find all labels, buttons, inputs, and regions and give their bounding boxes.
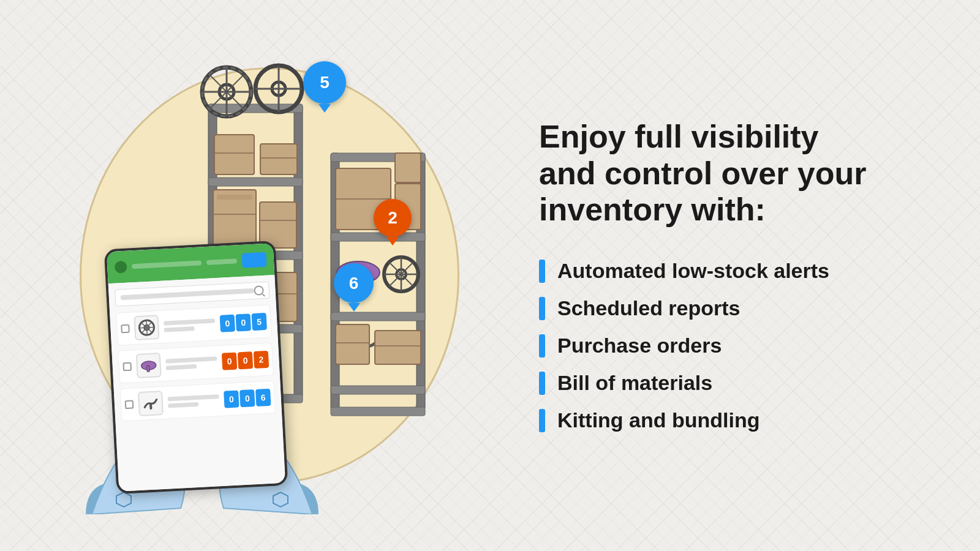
row-line-bottom-2 bbox=[166, 364, 197, 370]
feature-item-4: Bill of materials bbox=[539, 371, 894, 395]
row-checkbox-3 bbox=[125, 400, 134, 409]
feature-text-2: Scheduled reports bbox=[557, 296, 741, 320]
svg-rect-3 bbox=[208, 178, 303, 186]
bullet-bar-4 bbox=[539, 372, 545, 395]
svg-rect-7 bbox=[214, 135, 254, 174]
digit-3-1: 0 bbox=[239, 389, 255, 407]
tablet-button bbox=[241, 252, 266, 268]
svg-rect-35 bbox=[331, 312, 425, 321]
row-checkbox-1 bbox=[121, 324, 130, 334]
row-line-bottom-3 bbox=[168, 402, 199, 408]
digit-2-2: 2 bbox=[254, 351, 269, 369]
svg-rect-34 bbox=[331, 233, 425, 241]
tablet-row-2: 0 0 2 bbox=[118, 342, 273, 383]
row-icon-saddle bbox=[136, 353, 162, 378]
tablet-dot bbox=[115, 261, 127, 274]
feature-item-2: Scheduled reports bbox=[539, 296, 894, 320]
text-side: Enjoy full visibility and control over y… bbox=[502, 94, 919, 457]
feature-text-3: Purchase orders bbox=[557, 334, 722, 358]
row-lines-1 bbox=[164, 318, 216, 332]
svg-rect-24 bbox=[217, 195, 252, 200]
bubble-6: 6 bbox=[334, 263, 374, 303]
row-checkbox-2 bbox=[123, 362, 132, 372]
search-bar-fill bbox=[121, 288, 254, 300]
bullet-bar-3 bbox=[539, 334, 545, 358]
tablet-row-3: 0 0 6 bbox=[120, 380, 276, 421]
digit-group-3: 0 0 6 bbox=[224, 389, 271, 408]
svg-rect-64 bbox=[149, 403, 153, 410]
row-line-bottom bbox=[164, 326, 195, 332]
digit-2-0: 0 bbox=[222, 353, 237, 370]
digit-3-0: 0 bbox=[224, 390, 239, 408]
bullet-bar-5 bbox=[539, 409, 545, 432]
main-container: 0 0 5 bbox=[61, 24, 919, 527]
feature-list: Automated low-stock alerts Scheduled rep… bbox=[539, 259, 894, 432]
tablet-bar-line-2 bbox=[206, 258, 237, 265]
svg-rect-52 bbox=[336, 324, 369, 364]
row-line-top-3 bbox=[167, 394, 219, 401]
svg-rect-41 bbox=[395, 153, 421, 182]
feature-item-3: Purchase orders bbox=[539, 334, 894, 358]
row-line-top-2 bbox=[165, 356, 217, 363]
bullet-bar-2 bbox=[539, 297, 545, 320]
digit-group-1: 0 0 5 bbox=[220, 313, 267, 332]
feature-text-1: Automated low-stock alerts bbox=[557, 259, 829, 283]
svg-rect-54 bbox=[375, 331, 421, 364]
main-heading: Enjoy full visibility and control over y… bbox=[539, 119, 894, 228]
row-lines-2 bbox=[165, 356, 217, 370]
digit-1-2: 5 bbox=[252, 313, 267, 331]
digit-group-2: 0 0 2 bbox=[222, 351, 269, 370]
row-icon-handlebar bbox=[138, 391, 164, 416]
digit-1-1: 0 bbox=[236, 313, 251, 331]
svg-rect-36 bbox=[331, 386, 425, 394]
row-icon-wheel bbox=[134, 315, 159, 340]
search-icon bbox=[254, 285, 264, 296]
tablet-content: 0 0 5 bbox=[108, 275, 285, 492]
tablet-device: 0 0 5 bbox=[104, 241, 288, 494]
feature-text-4: Bill of materials bbox=[557, 371, 712, 395]
row-lines-3 bbox=[167, 394, 219, 408]
digit-3-2: 6 bbox=[255, 389, 271, 407]
illustration-side: 0 0 5 bbox=[61, 24, 478, 527]
feature-item-1: Automated low-stock alerts bbox=[539, 259, 894, 283]
tablet-search bbox=[115, 282, 270, 307]
tablet-row-1: 0 0 5 bbox=[116, 305, 271, 346]
bubble-5: 5 bbox=[303, 61, 346, 104]
digit-1-0: 0 bbox=[220, 315, 235, 332]
bullet-bar-1 bbox=[539, 260, 545, 283]
bubble-2: 2 bbox=[374, 199, 412, 237]
svg-rect-37 bbox=[331, 407, 425, 416]
digit-2-1: 0 bbox=[238, 351, 253, 369]
svg-rect-9 bbox=[260, 144, 297, 174]
feature-item-5: Kitting and bundling bbox=[539, 408, 894, 432]
row-line-top bbox=[164, 318, 215, 325]
svg-rect-63 bbox=[147, 365, 150, 372]
feature-text-5: Kitting and bundling bbox=[557, 408, 760, 432]
tablet-bar-line bbox=[132, 260, 202, 269]
